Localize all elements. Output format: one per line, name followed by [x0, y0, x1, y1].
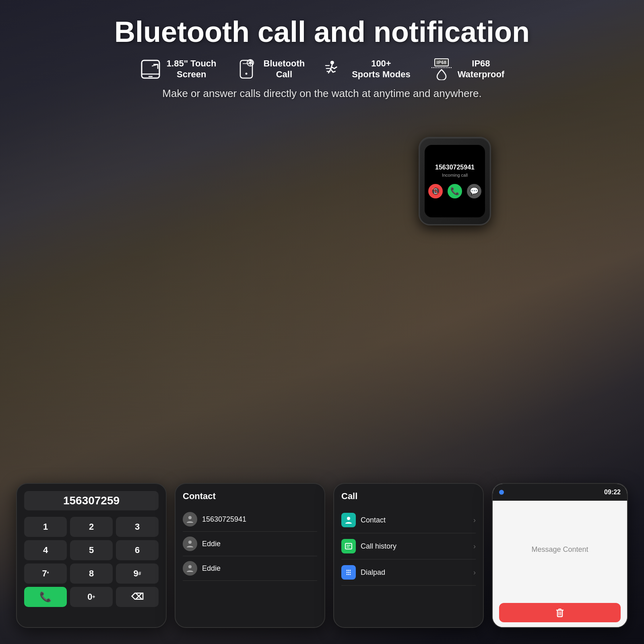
- header-section: Bluetooth call and notification 1.85" To…: [0, 0, 644, 108]
- dial-key-8[interactable]: 8: [70, 564, 113, 584]
- dial-key-7[interactable]: 7*: [24, 564, 67, 584]
- dialpad-number: 156307259: [24, 491, 159, 510]
- call-menu-history-left: Call history: [341, 539, 396, 553]
- svg-rect-0: [142, 60, 159, 78]
- contact-name-2: Eddie: [202, 564, 221, 573]
- dial-key-9[interactable]: 9#: [116, 564, 159, 584]
- svg-point-27: [348, 574, 349, 575]
- watch-screen: 15630725941 Incoming call 📵 📞 💬: [425, 145, 485, 217]
- watch-message-button[interactable]: 💬: [467, 184, 481, 198]
- history-menu-icon: [341, 539, 356, 553]
- feature-waterproof: IP68 IP68 Waterproof: [431, 58, 505, 80]
- message-time: 09:22: [604, 489, 621, 496]
- svg-point-16: [347, 517, 350, 520]
- dial-key-4[interactable]: 4: [24, 540, 67, 560]
- call-menu-contact-left: Contact: [341, 513, 386, 527]
- feature-touch-screen: 1.85" Touch Screen: [140, 58, 217, 80]
- contact-avatar-2: [183, 561, 197, 576]
- contact-title: Contact: [183, 491, 317, 502]
- svg-point-13: [188, 516, 192, 519]
- svg-point-14: [188, 541, 192, 544]
- watch-decline-button[interactable]: 📵: [428, 184, 443, 198]
- svg-point-9: [330, 61, 334, 64]
- features-row: 1.85" Touch Screen: [24, 58, 620, 80]
- ip68-icon: IP68: [431, 58, 453, 80]
- feature-sports-modes: 100+ Sports Modes: [325, 58, 410, 80]
- contact-name-0: 15630725941: [202, 515, 246, 524]
- main-title: Bluetooth call and notification: [24, 16, 620, 48]
- call-menu-dialpad[interactable]: Dialpad ›: [341, 559, 476, 586]
- dialpad-screen: 156307259 1 2 3 4 5 6 7* 8 9# 📞 0+ ⌫: [16, 483, 167, 628]
- bluetooth-call-icon: [237, 58, 259, 80]
- contact-item-0[interactable]: 15630725941: [183, 507, 317, 532]
- history-chevron: ›: [473, 542, 476, 551]
- message-header: 09:22: [493, 484, 627, 501]
- svg-point-26: [347, 574, 348, 575]
- contact-avatar-0: [183, 512, 197, 526]
- message-screen: 09:22 Message Content: [492, 483, 628, 628]
- message-dot: [499, 490, 504, 495]
- subtitle-text: Make or answer calls directly on the wat…: [24, 87, 620, 100]
- svg-point-7: [246, 72, 248, 74]
- contact-avatar-1: [183, 537, 197, 551]
- page-content: Bluetooth call and notification 1.85" To…: [0, 0, 644, 644]
- svg-point-15: [188, 565, 192, 568]
- call-menu-contact[interactable]: Contact ›: [341, 507, 476, 533]
- contact-menu-icon: [341, 513, 356, 527]
- contact-chevron: ›: [473, 516, 476, 524]
- message-footer: [493, 598, 627, 627]
- dial-key-2[interactable]: 2: [70, 517, 113, 537]
- call-menu-screen: Call Contact ›: [333, 483, 484, 628]
- watch-body: 15630725941 Incoming call 📵 📞 💬: [415, 137, 495, 233]
- svg-point-28: [350, 574, 351, 575]
- contact-screen: Contact 15630725941 Eddie: [175, 483, 325, 628]
- dialpad-menu-label: Dialpad: [361, 568, 385, 577]
- svg-rect-17: [345, 543, 352, 549]
- svg-point-23: [347, 572, 348, 573]
- contact-menu-label: Contact: [361, 516, 386, 524]
- bottom-screens: 156307259 1 2 3 4 5 6 7* 8 9# 📞 0+ ⌫ Con…: [16, 475, 628, 628]
- call-menu-title: Call: [341, 491, 476, 502]
- call-menu-dialpad-left: Dialpad: [341, 565, 385, 580]
- svg-point-21: [348, 570, 349, 571]
- svg-point-25: [350, 572, 351, 573]
- sports-icon: [325, 58, 347, 80]
- contact-name-1: Eddie: [202, 540, 221, 548]
- watch-call-status: Incoming call: [442, 173, 468, 178]
- bluetooth-call-label: Bluetooth Call: [264, 58, 305, 80]
- watch-call-buttons: 📵 📞 💬: [428, 184, 481, 198]
- contact-item-1[interactable]: Eddie: [183, 532, 317, 556]
- dial-key-0[interactable]: 0+: [70, 587, 113, 607]
- ip68-underline: [431, 67, 452, 68]
- watch-case: 15630725941 Incoming call 📵 📞 💬: [419, 137, 491, 225]
- history-menu-label: Call history: [361, 542, 396, 551]
- waterproof-label: IP68 Waterproof: [458, 58, 505, 80]
- contact-item-2[interactable]: Eddie: [183, 556, 317, 581]
- feature-bluetooth-call: Bluetooth Call: [237, 58, 305, 80]
- touch-screen-label: 1.85" Touch Screen: [167, 58, 217, 80]
- dial-key-call[interactable]: 📞: [24, 587, 67, 607]
- ip68-badge-text: IP68: [434, 58, 449, 66]
- svg-point-22: [350, 570, 351, 571]
- message-body: Message Content: [493, 501, 627, 598]
- dial-key-6[interactable]: 6: [116, 540, 159, 560]
- delete-button[interactable]: [499, 603, 621, 622]
- message-content: Message Content: [531, 545, 588, 554]
- watch-phone-number: 15630725941: [435, 164, 475, 171]
- sports-modes-label: 100+ Sports Modes: [352, 58, 410, 80]
- dialpad-grid: 1 2 3 4 5 6 7* 8 9# 📞 0+ ⌫: [24, 517, 159, 607]
- dial-key-5[interactable]: 5: [70, 540, 113, 560]
- screen-icon: [140, 58, 162, 80]
- dialpad-chevron: ›: [473, 568, 476, 577]
- dial-key-3[interactable]: 3: [116, 517, 159, 537]
- svg-point-20: [347, 570, 348, 571]
- watch-accept-button[interactable]: 📞: [448, 184, 462, 198]
- dial-key-1[interactable]: 1: [24, 517, 67, 537]
- call-menu-history[interactable]: Call history ›: [341, 533, 476, 559]
- dial-key-delete[interactable]: ⌫: [116, 587, 159, 607]
- svg-point-24: [348, 572, 349, 573]
- watch-display: 15630725941 Incoming call 📵 📞 💬: [386, 105, 523, 282]
- dialpad-menu-icon: [341, 565, 356, 580]
